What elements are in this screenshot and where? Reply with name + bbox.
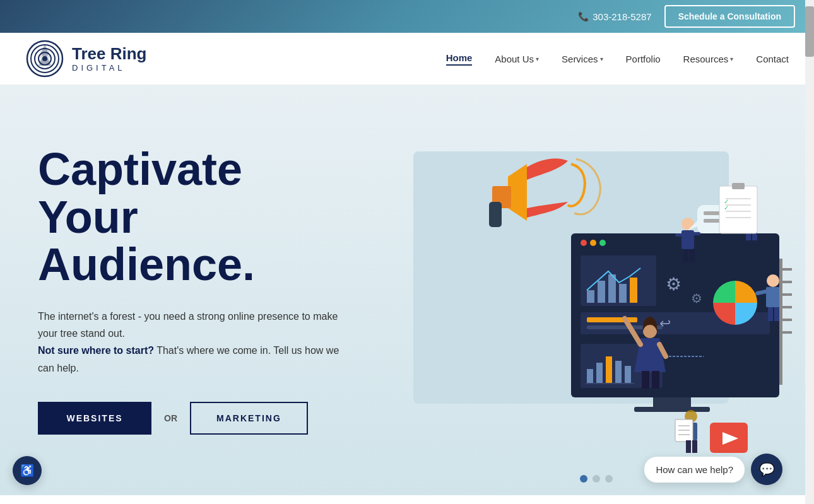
hero-content: Captivate Your Audience. The internet's …: [0, 85, 379, 495]
svg-rect-29: [615, 361, 622, 383]
schedule-consultation-button[interactable]: Schedule a Consultation: [664, 5, 795, 28]
chevron-down-icon: ▾: [600, 56, 603, 62]
svg-rect-63: [779, 268, 792, 271]
svg-point-9: [581, 240, 587, 246]
nav-item-resources[interactable]: Resources ▾: [683, 54, 734, 64]
svg-rect-19: [587, 317, 637, 322]
svg-rect-33: [489, 202, 502, 227]
dot-indicator-3[interactable]: [605, 475, 613, 483]
scrollbar[interactable]: [805, 0, 814, 495]
scrollbar-thumb[interactable]: [805, 6, 814, 57]
svg-rect-26: [587, 369, 593, 383]
phone-number: 📞 303-218-5287: [578, 11, 651, 22]
accessibility-button[interactable]: ♿: [13, 456, 42, 485]
svg-rect-64: [779, 281, 792, 283]
svg-rect-27: [596, 363, 603, 383]
svg-rect-60: [766, 287, 780, 307]
nav-item-about[interactable]: About Us ▾: [495, 54, 539, 64]
chevron-down-icon: ▾: [536, 56, 539, 62]
nav-links: Home About Us ▾ Services ▾ Portfolio Res…: [446, 52, 789, 66]
nav-item-home[interactable]: Home: [446, 52, 473, 66]
nav-item-portfolio[interactable]: Portfolio: [626, 54, 661, 64]
or-separator: OR: [164, 413, 177, 423]
svg-rect-17: [630, 278, 637, 303]
dot-indicator-2[interactable]: [593, 475, 600, 483]
svg-rect-28: [606, 356, 612, 383]
svg-rect-39: [690, 249, 695, 262]
chat-button[interactable]: 💬: [751, 454, 782, 485]
svg-rect-57: [642, 371, 649, 389]
logo-icon: [25, 39, 64, 78]
svg-rect-78: [692, 440, 697, 453]
chat-icon: 💬: [759, 462, 775, 477]
svg-rect-66: [779, 306, 792, 308]
svg-rect-68: [779, 331, 792, 334]
logo-text: Tree Ring DIGITAL: [72, 45, 146, 73]
hero-illustration-area: ⚙ ⚙ ↩: [379, 85, 814, 495]
hero-section: Captivate Your Audience. The internet's …: [0, 85, 814, 495]
svg-rect-77: [686, 440, 691, 453]
svg-rect-70: [774, 307, 779, 321]
illustration-svg: ⚙ ⚙ ↩: [401, 132, 792, 460]
hero-illustration: ⚙ ⚙ ↩: [401, 132, 792, 460]
chevron-down-icon: ▾: [730, 56, 733, 62]
svg-text:✓: ✓: [724, 204, 729, 211]
svg-rect-35: [681, 230, 694, 249]
svg-rect-30: [625, 366, 631, 383]
svg-rect-49: [732, 183, 745, 189]
chat-bubble: How can we help?: [644, 457, 745, 483]
svg-rect-65: [779, 293, 792, 296]
svg-rect-37: [693, 232, 700, 235]
svg-text:↩: ↩: [659, 315, 671, 331]
nav-item-services[interactable]: Services ▾: [562, 54, 603, 64]
chat-widget: How can we help? 💬: [644, 454, 782, 485]
websites-button[interactable]: WEBSITES: [38, 402, 151, 435]
svg-point-11: [599, 240, 606, 246]
nav-item-contact[interactable]: Contact: [756, 54, 789, 64]
accessibility-icon: ♿: [20, 464, 34, 478]
svg-text:⚙: ⚙: [691, 291, 702, 305]
carousel-indicators: [580, 475, 613, 483]
dot-indicator-1[interactable]: [580, 475, 587, 483]
svg-point-10: [590, 240, 596, 246]
svg-rect-61: [779, 259, 782, 385]
svg-rect-67: [779, 319, 792, 321]
navigation: Tree Ring DIGITAL Home About Us ▾ Servic…: [0, 33, 814, 85]
svg-rect-38: [683, 249, 688, 262]
svg-rect-14: [598, 281, 605, 303]
svg-rect-13: [587, 290, 594, 303]
svg-rect-58: [652, 371, 659, 389]
svg-rect-36: [675, 233, 683, 237]
svg-point-59: [767, 274, 779, 287]
svg-rect-16: [619, 284, 627, 303]
hero-buttons: WEBSITES OR MARKETING: [38, 402, 347, 435]
top-bar: 📞 303-218-5287 Schedule a Consultation: [0, 0, 814, 33]
svg-rect-7: [653, 397, 691, 407]
logo[interactable]: Tree Ring DIGITAL: [25, 39, 146, 78]
svg-rect-69: [768, 307, 773, 321]
hero-body: The internet's a forest - you need a str…: [38, 308, 347, 377]
svg-text:⚙: ⚙: [666, 274, 681, 294]
hero-headline: Captivate Your Audience.: [38, 146, 347, 289]
svg-rect-8: [634, 407, 710, 412]
marketing-button[interactable]: MARKETING: [190, 402, 308, 435]
phone-icon: 📞: [578, 11, 589, 21]
